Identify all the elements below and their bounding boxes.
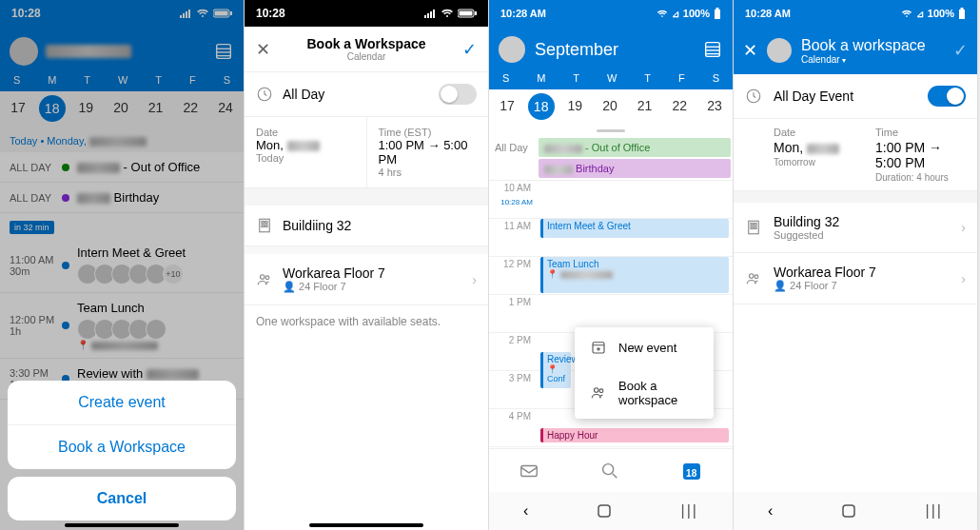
time-sub: Duration: 4 hours <box>875 172 966 183</box>
home-button[interactable] <box>597 503 612 519</box>
date-sub: Today <box>256 152 355 164</box>
allday-row[interactable]: All Day <box>245 72 488 117</box>
chevron-right-icon: › <box>961 271 966 286</box>
date-cell[interactable]: 22 <box>665 93 694 120</box>
building-label: Building 32 <box>774 214 950 229</box>
time-label: Time <box>875 127 966 138</box>
time-label: Time (EST) <box>379 127 478 138</box>
wifi-icon <box>441 9 454 18</box>
statusbar: 10:28 <box>245 0 488 27</box>
time-column[interactable]: Time 1:00 PM → 5:00 PM Duration: 4 hours <box>875 127 966 183</box>
date-cell-today[interactable]: 18 <box>528 93 555 120</box>
mail-tab[interactable] <box>519 461 539 481</box>
month-picker[interactable]: September <box>535 40 618 60</box>
avatar[interactable] <box>499 36 525 63</box>
cal-date-badge: 18 <box>680 468 703 479</box>
date-cell[interactable]: 20 <box>596 93 624 120</box>
cancel-button[interactable]: Cancel <box>8 477 236 520</box>
home-button[interactable] <box>841 503 856 519</box>
timeline-event-happy[interactable]: Happy Hour <box>540 428 729 442</box>
svg-point-17 <box>265 275 269 279</box>
day-view: All Day - Out of Office Birthday 10 AM 1… <box>489 136 733 448</box>
header-title-block: Book a workspace Calendar ▾ <box>801 37 944 65</box>
svg-point-28 <box>603 463 614 474</box>
availability-note: One workspace with available seats. <box>245 305 488 338</box>
allday-row[interactable]: All Day Event <box>734 74 977 119</box>
svg-point-40 <box>755 274 758 278</box>
recents-button[interactable]: ||| <box>680 502 697 520</box>
new-event-button[interactable]: New event <box>575 327 714 367</box>
header-subtitle: Calendar ▾ <box>801 54 944 65</box>
allday-event-ooo[interactable]: - Out of Office <box>539 138 731 157</box>
confirm-button[interactable]: ✓ <box>953 40 968 61</box>
home-indicator <box>309 523 423 527</box>
building-row[interactable]: Building 32 Suggested › <box>734 203 977 253</box>
calendar-header: September SMTWTFS <box>489 27 733 89</box>
date-cell[interactable]: 21 <box>631 93 659 120</box>
status-icons: ⊿ 100% <box>657 8 721 19</box>
book-workspace-button[interactable]: Book a Workspace <box>8 425 236 469</box>
svg-rect-14 <box>262 225 264 226</box>
statusbar: 10:28 AM ⊿ 100% <box>489 0 733 27</box>
svg-rect-9 <box>475 11 477 15</box>
workarea-row[interactable]: Workarea Floor 7 👤 24 Floor 7 › <box>245 254 488 305</box>
avatar[interactable] <box>767 38 792 63</box>
wifi-icon <box>901 10 912 18</box>
time-column[interactable]: Time (EST) 1:00 PM → 5:00 PM 4 hrs <box>367 117 489 187</box>
date-label: Date <box>774 127 864 138</box>
workarea-label: Workarea Floor 7 <box>283 265 462 281</box>
allday-section: All Day - Out of Office Birthday <box>489 136 733 181</box>
wifi-icon <box>657 10 668 18</box>
close-button[interactable]: ✕ <box>256 39 270 60</box>
book-workspace-button[interactable]: Book a workspace <box>575 367 714 419</box>
status-icons <box>423 9 477 18</box>
allday-label: All Day <box>283 87 324 102</box>
workarea-row[interactable]: Workarea Floor 7 👤 24 Floor 7 › <box>734 253 977 304</box>
date-cell[interactable]: 23 <box>700 93 729 120</box>
date-column[interactable]: Date Mon, Today <box>245 117 367 187</box>
chevron-right-icon: › <box>472 272 477 287</box>
create-event-button[interactable]: Create event <box>8 381 236 425</box>
svg-rect-18 <box>715 10 720 19</box>
svg-rect-15 <box>265 225 267 226</box>
clock: 10:28 <box>256 7 285 20</box>
time-value: 1:00 PM → 5:00 PM <box>379 138 478 167</box>
date-row[interactable]: 17 18 19 20 21 22 23 <box>489 89 733 128</box>
timeline-event-review[interactable]: Review📍 Conf <box>540 352 571 388</box>
back-button[interactable]: ‹ <box>768 502 773 520</box>
agenda-icon[interactable] <box>702 39 723 60</box>
close-button[interactable]: ✕ <box>743 40 757 61</box>
calendar-tab-active[interactable]: 18 <box>680 460 703 482</box>
weekday-row: SMTWTFS <box>499 69 723 89</box>
recents-button[interactable]: ||| <box>925 502 942 520</box>
svg-rect-36 <box>755 224 756 226</box>
action-sheet: Create event Book a Workspace Cancel <box>8 381 236 520</box>
clock: 10:28 AM <box>500 8 546 19</box>
home-indicator <box>65 523 179 527</box>
building-row[interactable]: Buildiing 32 <box>245 206 488 246</box>
timeline-event-meet[interactable]: Intern Meet & Greet <box>540 219 729 238</box>
drag-handle[interactable] <box>597 129 625 132</box>
allday-toggle[interactable] <box>439 84 477 105</box>
svg-rect-8 <box>460 11 473 16</box>
android-navbar: ‹ ||| <box>734 492 977 530</box>
allday-event-bday[interactable]: Birthday <box>539 159 731 178</box>
clock-icon <box>745 88 762 105</box>
date-column[interactable]: Date Mon, Tomorrow <box>745 127 864 183</box>
svg-rect-37 <box>751 226 753 228</box>
confirm-button[interactable]: ✓ <box>462 39 477 60</box>
calendar-plus-icon <box>590 339 607 356</box>
time-value: 1:00 PM → 5:00 PM <box>875 140 966 170</box>
timeline[interactable]: 10 AM 10:28 AM 11 AM 12 PM 1 PM 2 PM 3 P… <box>489 181 733 448</box>
date-cell[interactable]: 17 <box>493 93 521 120</box>
workarea-sub: 👤 24 Floor 7 <box>774 280 950 292</box>
header-title: Book a workspace <box>801 37 944 54</box>
screen-ios-calendar: 10:28 SMTWTFS 17 18 19 20 21 22 24 Today… <box>0 0 245 530</box>
building-icon <box>256 217 273 234</box>
allday-toggle[interactable] <box>928 86 966 107</box>
date-cell[interactable]: 19 <box>560 93 589 120</box>
building-label: Buildiing 32 <box>283 218 351 233</box>
timeline-event-lunch[interactable]: Team Lunch📍 <box>540 257 729 293</box>
search-tab[interactable] <box>599 461 620 481</box>
back-button[interactable]: ‹ <box>523 502 528 520</box>
